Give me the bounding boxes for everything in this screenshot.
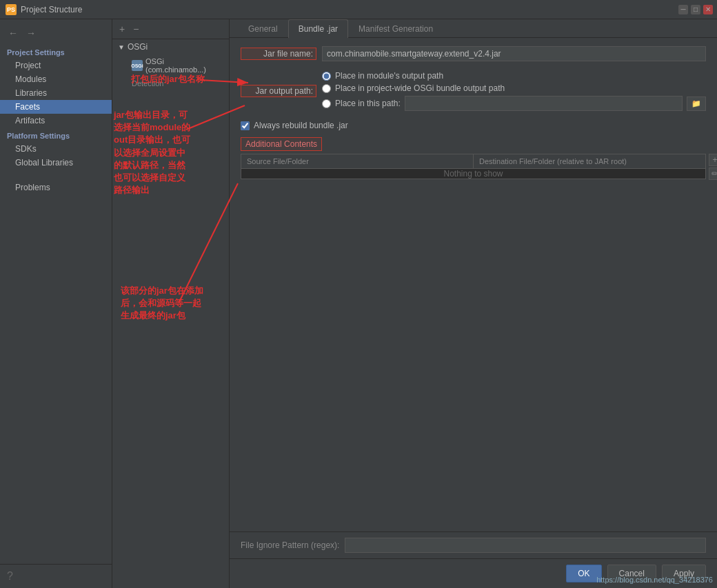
- jar-file-name-label: Jar file name:: [241, 48, 316, 60]
- tree-sub-label: OSGi (com.chinamob...): [145, 57, 223, 74]
- tab-manifest-generation[interactable]: Manifest Generation: [348, 19, 443, 38]
- help-btn[interactable]: ?: [0, 564, 112, 588]
- window: PS Project Structure ─ □ ✕ ← → Project S…: [0, 0, 717, 588]
- jar-file-name-row: Jar file name:: [241, 46, 706, 61]
- tree-item-label: OSGi: [128, 42, 148, 52]
- additional-contents-label: Additional Contents: [241, 137, 322, 151]
- window-title: Project Structure: [21, 5, 82, 14]
- tree-toolbar: + −: [112, 19, 229, 39]
- file-ignore-input[interactable]: [345, 538, 706, 553]
- app-icon: PS: [6, 4, 17, 15]
- additional-contents-table: Source File/Folder Destination File/Fold…: [241, 154, 706, 179]
- radio-project-wide[interactable]: Place in project-wide OSGi bundle output…: [322, 83, 706, 93]
- left-panel: ← → Project Settings Project Modules Lib…: [0, 19, 112, 588]
- always-rebuild-label: Always rebuild bundle .jar: [254, 121, 348, 130]
- back-btn[interactable]: ←: [6, 26, 21, 40]
- jar-file-name-input[interactable]: [322, 46, 706, 61]
- minimize-btn[interactable]: ─: [678, 5, 688, 14]
- this-path-input[interactable]: [405, 96, 683, 111]
- tree-item-osgi-sub[interactable]: OSGi OSGi (com.chinamob...): [112, 54, 229, 77]
- folder-browse-btn[interactable]: 📁: [687, 97, 706, 111]
- action-bar: OK Cancel Apply: [230, 558, 717, 588]
- tab-general[interactable]: General: [238, 19, 288, 38]
- sidebar-item-project[interactable]: Project: [0, 59, 112, 72]
- sidebar-item-artifacts[interactable]: Artifacts: [0, 114, 112, 128]
- tab-bundle-jar[interactable]: Bundle .jar: [288, 19, 348, 38]
- tree-sub-detection: Detection: [112, 77, 229, 90]
- tree-item-osgi[interactable]: ▼ OSGi: [112, 39, 229, 54]
- cancel-btn[interactable]: Cancel: [607, 565, 656, 582]
- add-item-btn[interactable]: +: [117, 22, 128, 36]
- jar-output-path-label: Jar output path:: [241, 85, 316, 97]
- additional-contents-section: Additional Contents Source File/Folder D…: [241, 137, 706, 179]
- always-rebuild-row: Always rebuild bundle .jar: [241, 121, 706, 130]
- table-side-buttons: + ✏: [709, 154, 717, 180]
- file-ignore-label: File Ignore Pattern (regex):: [241, 540, 339, 550]
- sidebar-item-global-libraries[interactable]: Global Libraries: [0, 156, 112, 170]
- sidebar-item-problems[interactable]: Problems: [0, 181, 112, 194]
- table-header: Source File/Folder Destination File/Fold…: [241, 154, 705, 169]
- col-dest: Destination File/Folder (relative to JAR…: [474, 154, 705, 168]
- ok-btn[interactable]: OK: [566, 565, 601, 582]
- tree-panel: + − ▼ OSGi OSGi OSGi (com.chinamob...) D…: [112, 19, 230, 588]
- tabs-bar: General Bundle .jar Manifest Generation: [230, 19, 717, 38]
- always-rebuild-checkbox[interactable]: [241, 121, 250, 130]
- table-add-btn[interactable]: +: [709, 154, 717, 166]
- nav-toolbar: ← →: [0, 25, 112, 44]
- platform-settings-label: Platform Settings: [0, 128, 112, 142]
- project-settings-label: Project Settings: [0, 44, 112, 59]
- radio-module-output[interactable]: Place in module's output path: [322, 71, 706, 81]
- close-btn[interactable]: ✕: [703, 5, 713, 14]
- sidebar-item-sdks[interactable]: SDKs: [0, 142, 112, 156]
- jar-output-path-row: Jar output path: Place in module's outpu…: [241, 71, 706, 111]
- right-panel: General Bundle .jar Manifest Generation …: [230, 19, 717, 588]
- bottom-bar: File Ignore Pattern (regex):: [230, 531, 717, 558]
- sidebar-item-libraries[interactable]: Libraries: [0, 86, 112, 100]
- table-empty-message: Nothing to show: [241, 169, 705, 179]
- remove-item-btn[interactable]: −: [130, 22, 141, 36]
- radio-group: Place in module's output path Place in p…: [322, 71, 706, 111]
- osgi-icon: OSGi: [132, 60, 143, 71]
- maximize-btn[interactable]: □: [691, 5, 700, 14]
- apply-btn[interactable]: Apply: [662, 565, 706, 582]
- sidebar-item-facets[interactable]: Facets: [0, 100, 112, 114]
- radio-this-path[interactable]: Place in this path:: [322, 99, 401, 108]
- window-controls: ─ □ ✕: [678, 5, 713, 14]
- title-bar: PS Project Structure ─ □ ✕: [0, 0, 717, 19]
- col-source: Source File/Folder: [241, 154, 474, 168]
- sidebar-item-modules[interactable]: Modules: [0, 72, 112, 86]
- main-layout: ← → Project Settings Project Modules Lib…: [0, 19, 717, 588]
- expand-arrow: ▼: [118, 43, 125, 51]
- table-edit-btn[interactable]: ✏: [709, 168, 717, 180]
- table-wrapper: Source File/Folder Destination File/Fold…: [241, 154, 706, 179]
- content-area: Jar file name: Jar output path: Place in…: [230, 38, 717, 531]
- forward-btn[interactable]: →: [23, 26, 39, 40]
